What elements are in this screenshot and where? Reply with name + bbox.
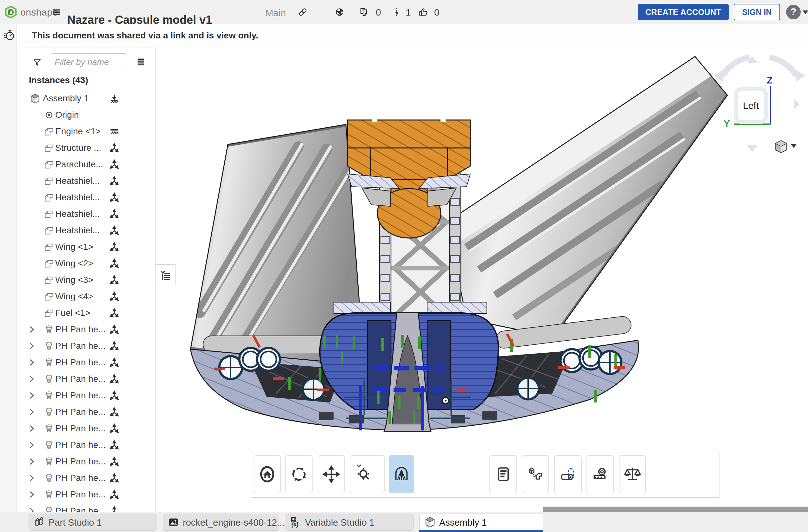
tree-item[interactable]: Fuel <1> bbox=[25, 305, 155, 322]
sign-in-button[interactable]: SIGN IN bbox=[734, 4, 780, 20]
degrees-of-freedom-icon bbox=[109, 390, 120, 401]
menu-icon[interactable] bbox=[52, 7, 61, 17]
tab-rocket-engine-s400-12[interactable]: rocket_engine-s400-12... bbox=[163, 514, 279, 531]
home-view-button[interactable] bbox=[254, 455, 281, 493]
active-tab-underline bbox=[419, 530, 543, 532]
tree-item[interactable]: Wing <4> bbox=[25, 289, 155, 305]
degrees-of-freedom-icon bbox=[109, 258, 120, 269]
tree-item-label: PH Pan he... bbox=[55, 490, 106, 500]
mass-properties-button[interactable] bbox=[619, 455, 646, 493]
tree-item[interactable]: PH Pan he... bbox=[25, 354, 155, 371]
degrees-of-freedom-icon bbox=[109, 407, 120, 418]
expand-chevron-icon[interactable] bbox=[27, 391, 36, 400]
help-caret-icon[interactable] bbox=[803, 11, 808, 14]
tool-caret-down-icon[interactable] bbox=[355, 461, 363, 470]
expand-chevron-icon[interactable] bbox=[27, 491, 36, 499]
axis-z-label: Z bbox=[767, 75, 772, 86]
expand-chevron-icon[interactable] bbox=[27, 507, 36, 512]
expand-chevron-icon[interactable] bbox=[27, 424, 36, 433]
section-view-button[interactable] bbox=[389, 455, 414, 493]
viewport-3d[interactable] bbox=[155, 48, 808, 512]
tree-item[interactable]: PH Pan he... bbox=[25, 503, 155, 512]
tree-item[interactable]: Wing <2> bbox=[25, 256, 155, 272]
tree-item[interactable]: PH Pan he... bbox=[25, 421, 155, 437]
expand-chevron-icon[interactable] bbox=[27, 408, 36, 416]
tree-item-label: PH Pan he... bbox=[55, 357, 106, 368]
versions-icon[interactable] bbox=[392, 7, 402, 17]
filter-icon[interactable] bbox=[32, 57, 42, 68]
hide-instance-button[interactable] bbox=[554, 455, 582, 493]
zoom-button[interactable] bbox=[350, 455, 385, 493]
degrees-of-freedom-icon bbox=[109, 159, 120, 170]
expand-chevron-icon[interactable] bbox=[27, 342, 36, 350]
tree-item-label: PH Pan he... bbox=[55, 456, 106, 466]
degrees-of-freedom-icon bbox=[109, 242, 120, 253]
tree-item[interactable]: Wing <1> bbox=[25, 239, 155, 256]
panel-collapse-button[interactable] bbox=[155, 264, 176, 286]
degrees-of-freedom-icon bbox=[109, 473, 120, 484]
model-render bbox=[155, 48, 808, 512]
like-icon[interactable] bbox=[418, 7, 428, 17]
share-link-icon[interactable] bbox=[298, 7, 308, 17]
view-cube-face[interactable]: Left bbox=[734, 87, 768, 124]
tree-item[interactable]: Heatshiel... bbox=[25, 189, 155, 206]
tree-item[interactable]: Engine <1> bbox=[25, 124, 155, 140]
tree-item[interactable]: PH Pan he... bbox=[25, 371, 155, 388]
tree-item-label: Parachute... bbox=[55, 159, 103, 169]
tree-item[interactable]: Assembly 1 bbox=[25, 90, 155, 107]
filter-input[interactable] bbox=[50, 53, 127, 71]
tree-item[interactable]: Heatshiel... bbox=[25, 173, 155, 189]
tree-item-label: Heatshiel... bbox=[55, 176, 100, 186]
help-button[interactable]: ? bbox=[786, 5, 801, 19]
tree-item[interactable]: PH Pan he... bbox=[25, 404, 155, 421]
degrees-of-freedom-icon bbox=[109, 192, 120, 203]
expand-chevron-icon[interactable] bbox=[27, 325, 36, 334]
measure-button[interactable] bbox=[587, 455, 614, 493]
tab-label: rocket_engine-s400-12... bbox=[183, 517, 285, 528]
expand-chevron-icon[interactable] bbox=[27, 441, 36, 449]
tab-variable-studio-1[interactable]: (x)Variable Studio 1 bbox=[285, 514, 414, 531]
part-icon bbox=[43, 242, 55, 253]
orbit-button[interactable] bbox=[285, 455, 313, 493]
create-account-button[interactable]: CREATE ACCOUNT bbox=[638, 4, 729, 20]
expand-chevron-icon[interactable] bbox=[27, 457, 36, 466]
tree-item-label: Wing <3> bbox=[55, 275, 93, 285]
assembly-tab-icon bbox=[424, 516, 436, 528]
tree-item[interactable]: Origin bbox=[25, 107, 155, 124]
explode-button[interactable] bbox=[522, 455, 549, 493]
tree-item[interactable]: Heatshiel... bbox=[25, 222, 155, 239]
tab-part-studio-1[interactable]: Part Studio 1 bbox=[29, 514, 157, 531]
tree-item[interactable]: PH Pan he... bbox=[25, 470, 155, 487]
degrees-of-freedom-icon bbox=[109, 423, 120, 434]
tree-item[interactable]: PH Pan he... bbox=[25, 322, 155, 338]
tree-item[interactable]: PH Pan he... bbox=[25, 454, 155, 470]
tree-item[interactable]: PH Pan he... bbox=[25, 388, 155, 404]
degrees-of-freedom-icon bbox=[109, 440, 120, 451]
named-views-button[interactable] bbox=[489, 455, 517, 493]
tree-item[interactable]: PH Pan he... bbox=[25, 437, 155, 454]
tree-item[interactable]: Wing <3> bbox=[25, 272, 155, 289]
tree-item[interactable]: Structure ... bbox=[25, 140, 155, 157]
tree-item[interactable]: PH Pan he... bbox=[25, 487, 155, 503]
list-options-icon[interactable] bbox=[136, 57, 146, 66]
pan-button[interactable] bbox=[318, 455, 345, 493]
history-stopwatch-icon[interactable] bbox=[3, 29, 16, 42]
onshape-logo-icon[interactable] bbox=[4, 6, 17, 18]
copies-icon[interactable] bbox=[359, 7, 369, 17]
tree-item[interactable]: Parachute... bbox=[25, 157, 155, 173]
view-cube-face-label[interactable]: Left bbox=[738, 91, 764, 120]
tree-item-label: Wing <4> bbox=[55, 291, 93, 301]
tab-assembly-1[interactable]: Assembly 1 bbox=[419, 514, 543, 532]
workspace-name[interactable]: Main bbox=[265, 7, 286, 18]
expand-chevron-icon[interactable] bbox=[27, 474, 36, 482]
expand-chevron-icon[interactable] bbox=[27, 359, 36, 367]
tree-item[interactable]: Heatshiel... bbox=[25, 206, 155, 222]
tree-item-label: Assembly 1 bbox=[43, 93, 89, 104]
tree-item-label: Wing <1> bbox=[55, 242, 93, 252]
tree-item[interactable]: PH Pan he... bbox=[25, 338, 155, 354]
tree-item-label: PH Pan he... bbox=[55, 423, 106, 434]
tab-label: Assembly 1 bbox=[439, 517, 487, 528]
public-globe-icon[interactable] bbox=[334, 7, 345, 17]
expand-chevron-icon[interactable] bbox=[27, 375, 36, 383]
variable-tab-icon: (x) bbox=[290, 516, 302, 528]
